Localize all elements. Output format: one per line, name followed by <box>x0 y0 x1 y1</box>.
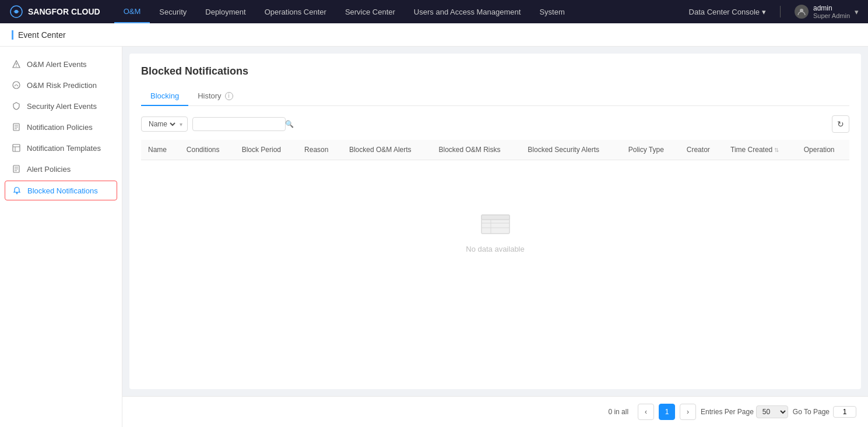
chevron-down-icon: ▾ <box>762 8 766 16</box>
filter-chevron-icon: ▾ <box>180 121 182 128</box>
sidebar: O&M Alert Events O&M Risk Prediction Sec… <box>0 47 122 427</box>
nav-item-system[interactable]: System <box>530 0 574 23</box>
goto-label: Go To Page <box>793 408 830 416</box>
sidebar-label-om-alert: O&M Alert Events <box>27 60 87 69</box>
col-reason: Reason <box>297 140 342 160</box>
entries-label: Entries Per Page <box>701 408 754 416</box>
svg-rect-11 <box>13 144 20 151</box>
nav-right: Data Center Console ▾ admin Super Admin … <box>689 4 859 19</box>
col-blocked-security-alerts: Blocked Security Alerts <box>521 140 621 160</box>
user-role: Super Admin <box>813 12 850 19</box>
empty-state-row: No data available <box>141 160 849 301</box>
nav-items: O&M Security Deployment Operations Cente… <box>114 0 689 23</box>
field-dropdown[interactable]: Name <box>146 119 177 129</box>
sidebar-item-om-alert-events[interactable]: O&M Alert Events <box>0 54 122 75</box>
sidebar-label-om-risk: O&M Risk Prediction <box>27 81 97 90</box>
search-icon[interactable]: 🔍 <box>285 120 294 128</box>
nav-item-om[interactable]: O&M <box>114 0 150 23</box>
policy-icon <box>12 122 21 132</box>
page-title: Blocked Notifications <box>141 65 849 77</box>
col-policy-type: Policy Type <box>621 140 680 160</box>
table-header: Name Conditions Block Period Reason Bloc… <box>141 140 849 160</box>
sidebar-label-security-alert: Security Alert Events <box>27 102 97 111</box>
logo-icon <box>9 5 23 19</box>
avatar <box>795 5 809 19</box>
empty-state-icon <box>477 207 514 238</box>
svg-point-19 <box>16 193 17 194</box>
goto-input[interactable] <box>833 406 856 418</box>
empty-state: No data available <box>141 160 849 300</box>
col-name: Name <box>141 140 180 160</box>
breadcrumb-accent <box>12 30 13 40</box>
alert-policy-icon <box>12 164 21 174</box>
col-blocked-om-risks: Blocked O&M Risks <box>431 140 521 160</box>
main-layout: O&M Alert Events O&M Risk Prediction Sec… <box>0 47 868 427</box>
col-conditions: Conditions <box>180 140 235 160</box>
svg-rect-21 <box>482 215 509 220</box>
template-icon <box>12 143 21 153</box>
col-operation: Operation <box>797 140 849 160</box>
user-name: admin <box>813 4 850 12</box>
sidebar-item-alert-policies[interactable]: Alert Policies <box>0 158 122 179</box>
nav-item-security[interactable]: Security <box>150 0 196 23</box>
svg-point-1 <box>15 10 18 13</box>
content-inner: Blocked Notifications Blocking History i… <box>129 54 861 389</box>
col-blocked-om-alerts: Blocked O&M Alerts <box>342 140 432 160</box>
pagination-total: 0 in all <box>608 408 628 416</box>
col-time-created[interactable]: Time Created <box>723 140 797 160</box>
prev-page-button[interactable]: ‹ <box>638 404 654 420</box>
refresh-icon: ↻ <box>837 119 844 129</box>
tab-blocking[interactable]: Blocking <box>141 87 188 106</box>
filter-bar: Name ▾ 🔍 ↻ <box>141 115 849 133</box>
breadcrumb: Event Center <box>18 30 66 40</box>
col-block-period: Block Period <box>235 140 297 160</box>
entries-per-page: Entries Per Page 50 100 200 <box>701 405 788 418</box>
prediction-icon <box>12 80 21 90</box>
filter-field-select[interactable]: Name ▾ <box>141 117 188 132</box>
breadcrumb-bar: Event Center <box>0 23 868 47</box>
col-creator: Creator <box>680 140 723 160</box>
user-chevron-icon: ▾ <box>855 8 859 16</box>
page-1-button[interactable]: 1 <box>659 404 675 420</box>
nav-item-deployment[interactable]: Deployment <box>196 0 255 23</box>
sidebar-item-security-alert[interactable]: Security Alert Events <box>0 96 122 117</box>
svg-point-5 <box>16 66 16 66</box>
info-icon[interactable]: i <box>225 92 233 100</box>
blocked-notifications-icon <box>12 186 22 195</box>
data-center-console[interactable]: Data Center Console ▾ <box>689 8 766 16</box>
search-input-wrap: 🔍 <box>192 117 286 131</box>
search-input[interactable] <box>198 120 285 128</box>
shield-icon <box>12 101 21 111</box>
next-page-button[interactable]: › <box>680 404 696 420</box>
empty-text: No data available <box>466 245 524 253</box>
sidebar-label-blocked-notifications: Blocked Notifications <box>27 186 98 195</box>
user-text: admin Super Admin <box>813 4 850 19</box>
sidebar-label-notification-policies: Notification Policies <box>27 123 93 132</box>
sidebar-item-blocked-notifications[interactable]: Blocked Notifications <box>5 181 117 200</box>
data-table: Name Conditions Block Period Reason Bloc… <box>141 140 849 300</box>
nav-item-operations[interactable]: Operations Center <box>255 0 336 23</box>
nav-item-service[interactable]: Service Center <box>336 0 405 23</box>
logo-text: SANGFOR CLOUD <box>28 7 100 16</box>
warning-icon <box>12 59 21 69</box>
sidebar-label-alert-policies: Alert Policies <box>27 165 71 174</box>
content-area: Blocked Notifications Blocking History i… <box>122 47 868 427</box>
entries-select[interactable]: 50 100 200 <box>756 405 788 418</box>
logo[interactable]: SANGFOR CLOUD <box>9 5 100 19</box>
top-navigation: SANGFOR CLOUD O&M Security Deployment Op… <box>0 0 868 23</box>
sidebar-label-notification-templates: Notification Templates <box>27 144 101 153</box>
sidebar-item-notification-templates[interactable]: Notification Templates <box>0 137 122 158</box>
tab-history[interactable]: History i <box>188 87 242 106</box>
user-info[interactable]: admin Super Admin ▾ <box>795 4 859 19</box>
refresh-button[interactable]: ↻ <box>832 115 849 133</box>
sidebar-item-notification-policies[interactable]: Notification Policies <box>0 117 122 137</box>
nav-divider <box>780 6 781 17</box>
sidebar-item-om-risk[interactable]: O&M Risk Prediction <box>0 75 122 96</box>
footer-bar: 0 in all ‹ 1 › Entries Per Page 50 100 2… <box>122 396 868 427</box>
table-body: No data available <box>141 160 849 301</box>
goto-page: Go To Page <box>793 406 856 418</box>
nav-item-users[interactable]: Users and Access Management <box>405 0 530 23</box>
tabs: Blocking History i <box>141 87 849 106</box>
